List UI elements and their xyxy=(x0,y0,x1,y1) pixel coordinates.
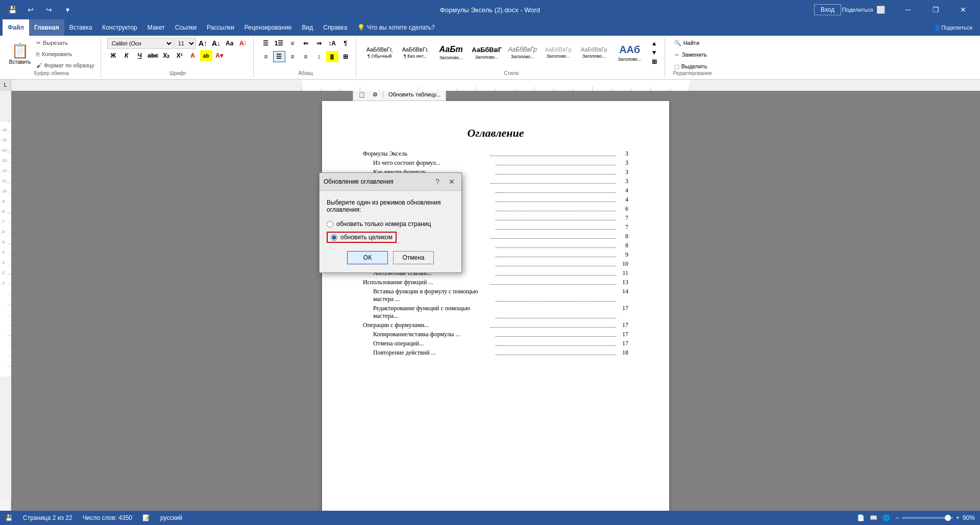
decrease-indent-button[interactable]: ⇐ xyxy=(300,38,312,49)
bold-button[interactable]: Ж xyxy=(107,50,119,61)
toc-entry[interactable]: Использование функций ...13 xyxy=(363,279,628,286)
style-heading3[interactable]: АаБбВвГр Заголово... xyxy=(505,38,540,67)
shading-button[interactable]: ▓ xyxy=(326,51,338,62)
styles-scroll-up[interactable]: ▲ xyxy=(648,39,660,48)
toc-entry[interactable]: Из чего состоит формул...3 xyxy=(363,159,628,167)
ribbon-display-button[interactable]: ⬜ xyxy=(869,0,892,19)
zoom-in-button[interactable]: + xyxy=(956,514,960,521)
menu-item-file[interactable]: Файл xyxy=(3,19,29,36)
style-no-interval[interactable]: АаБбВвГг, ¶ Без инт... xyxy=(398,38,433,67)
menu-item-help[interactable]: Справка xyxy=(318,19,352,36)
replace-button[interactable]: ↔ Заменить xyxy=(671,49,710,60)
restore-button[interactable]: ❐ xyxy=(924,0,947,19)
font-size-select[interactable]: 11 xyxy=(175,38,196,49)
zoom-slider[interactable] xyxy=(902,517,953,519)
dialog-radio-option2[interactable]: обновить целиком xyxy=(327,232,454,243)
zoom-level[interactable]: 90% xyxy=(963,514,975,521)
toc-entry-title: Копирование/вставка формулы ... xyxy=(373,331,494,338)
menu-item-home[interactable]: Главная xyxy=(29,19,64,36)
clear-format-button[interactable]: A⃝ xyxy=(237,38,249,49)
justify-button[interactable]: ≡ xyxy=(300,51,312,62)
signin-button[interactable]: Вход xyxy=(814,4,841,15)
styles-scroll-down[interactable]: ▼ xyxy=(648,48,660,57)
radio-option1[interactable] xyxy=(327,221,333,228)
redo-button[interactable]: ↪ xyxy=(42,3,56,17)
cut-button[interactable]: ✂ Вырезать xyxy=(34,38,96,48)
superscript-button[interactable]: X² xyxy=(174,50,186,61)
menu-item-view[interactable]: Вид xyxy=(297,19,318,36)
style-heading5[interactable]: АаБбВвГр Заголово... xyxy=(577,38,611,67)
share-button[interactable]: 👤 Поделиться xyxy=(929,19,977,36)
view-web-button[interactable]: 🌐 xyxy=(883,514,890,521)
menu-item-mailings[interactable]: Рассылки xyxy=(202,19,239,36)
borders-button[interactable]: ⊞ xyxy=(339,51,352,62)
toc-entry[interactable]: Копирование/вставка формулы ...17 xyxy=(363,331,628,338)
style-heading6[interactable]: ААб Заголово... xyxy=(612,38,647,67)
strikethrough-button[interactable]: abc xyxy=(147,50,159,61)
toc-update-btn[interactable]: Обновить таблицу... xyxy=(385,91,444,100)
customize-qa-button[interactable]: ▾ xyxy=(60,3,75,17)
view-print-button[interactable]: 📄 xyxy=(857,514,865,521)
highlight-button[interactable]: ab xyxy=(200,50,212,61)
show-marks-button[interactable]: ¶ xyxy=(339,38,352,49)
copy-button[interactable]: ⎘ Копировать xyxy=(34,49,96,59)
decrease-font-button[interactable]: A↓ xyxy=(210,38,223,49)
menu-item-review[interactable]: Рецензирование xyxy=(239,19,297,36)
align-center-button[interactable]: ☰ xyxy=(273,51,285,62)
style-normal[interactable]: АаБбВвГг, ¶ Обычный xyxy=(362,38,397,67)
undo-button[interactable]: ↩ xyxy=(23,3,38,17)
toc-entry[interactable]: Отмена операций...17 xyxy=(363,340,628,347)
underline-button[interactable]: Ч xyxy=(134,50,146,61)
style-heading2[interactable]: АаБбВвГ Заголово... xyxy=(470,38,504,67)
style-heading4[interactable]: АаБбВвГр Заголово... xyxy=(541,38,576,67)
toc-icon-btn[interactable]: 📋 xyxy=(355,91,369,100)
minimize-button[interactable]: ─ xyxy=(896,0,920,19)
style-heading1[interactable]: АаБт Заголово... xyxy=(434,38,469,67)
close-button[interactable]: ✕ xyxy=(951,0,975,19)
toc-entry[interactable]: Вставка функции в формулу с помощью маст… xyxy=(363,288,628,303)
line-spacing-button[interactable]: ↕ xyxy=(313,51,325,62)
bullets-button[interactable]: ☰ xyxy=(260,38,272,49)
view-read-button[interactable]: 📖 xyxy=(870,514,877,521)
toc-entry[interactable]: Повторение действий ...18 xyxy=(363,349,628,357)
text-color-button[interactable]: A xyxy=(187,50,199,61)
numbering-button[interactable]: 1☰ xyxy=(273,38,285,49)
subscript-button[interactable]: X₂ xyxy=(160,50,173,61)
paste-button[interactable]: 📋 Вставить xyxy=(7,38,33,69)
increase-indent-button[interactable]: ⇒ xyxy=(313,38,325,49)
toc-entry[interactable]: Редактирование функций с помощью мастера… xyxy=(363,305,628,320)
align-right-button[interactable]: ≡ xyxy=(286,51,299,62)
dialog-radio-option1[interactable]: обновить только номера страниц xyxy=(327,220,454,228)
font-name-select[interactable]: Calibri (Осн xyxy=(107,38,174,49)
dialog-cancel-button[interactable]: Отмена xyxy=(393,251,434,264)
align-left-button[interactable]: ≡ xyxy=(260,51,272,62)
share-label[interactable]: Поделиться xyxy=(850,3,865,17)
ribbon: 📋 Вставить ✂ Вырезать ⎘ Копировать 🖌 Фор… xyxy=(0,36,980,80)
styles-more[interactable]: ⊞ xyxy=(648,57,660,66)
change-case-button[interactable]: Aa xyxy=(224,38,236,49)
dialog-ok-button[interactable]: ОК xyxy=(347,251,388,264)
italic-button[interactable]: К xyxy=(120,50,133,61)
sort-button[interactable]: ↕A xyxy=(326,38,338,49)
multilevel-list-button[interactable]: ≡ xyxy=(286,38,299,49)
menu-item-search[interactable]: 💡 Что вы хотите сделать? xyxy=(352,19,440,36)
font-color-picker[interactable]: A▾ xyxy=(213,50,226,61)
dialog-close-button[interactable]: ✕ xyxy=(446,176,457,187)
find-button[interactable]: 🔍 Найти xyxy=(671,38,710,48)
ruler-corner[interactable]: L xyxy=(0,80,11,91)
format-painter-button[interactable]: 🖌 Формат по образцу xyxy=(34,60,96,70)
toc-entry[interactable]: Операции с формулами...17 xyxy=(363,321,628,329)
increase-font-button[interactable]: A↑ xyxy=(197,38,209,49)
menu-item-insert[interactable]: Вставка xyxy=(64,19,97,36)
save-button[interactable]: 💾 xyxy=(5,3,19,17)
dialog-help-button[interactable]: ? xyxy=(432,176,443,187)
menu-item-layout[interactable]: Макет xyxy=(142,19,170,36)
menu-item-references[interactable]: Ссылки xyxy=(170,19,202,36)
radio-option2[interactable] xyxy=(331,234,337,241)
option2-selected-box[interactable]: обновить целиком xyxy=(327,232,397,243)
menu-item-constructor[interactable]: Конструктор xyxy=(97,19,142,36)
toc-entry[interactable]: Формулы Эксель3 xyxy=(363,150,628,158)
select-button[interactable]: ⬚ Выделить xyxy=(671,61,710,71)
toc-settings-btn[interactable]: ⚙ xyxy=(370,91,381,100)
zoom-out-button[interactable]: − xyxy=(895,514,899,521)
